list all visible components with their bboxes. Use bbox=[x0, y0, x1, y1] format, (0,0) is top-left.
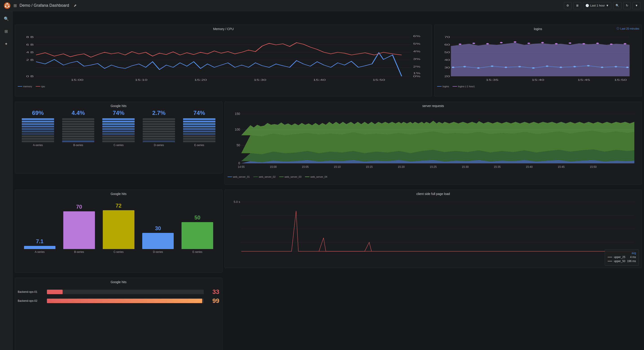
svg-text:4 B: 4 B bbox=[26, 51, 34, 54]
legend-ws04: web_server_04 bbox=[305, 176, 327, 178]
memory-cpu-title: Memory / CPU bbox=[18, 27, 429, 31]
svg-point-50 bbox=[472, 43, 475, 44]
svg-text:15:05: 15:05 bbox=[302, 165, 309, 168]
sidebar-item-search[interactable]: 🔍 bbox=[2, 15, 10, 23]
time-range-button[interactable]: 🕐 Last 1 hour ▼ bbox=[583, 2, 611, 9]
svg-point-59 bbox=[596, 43, 599, 44]
gh-c-bars bbox=[102, 118, 135, 142]
server-requests-title: server requests bbox=[228, 104, 639, 108]
gh-e-bars bbox=[183, 118, 216, 142]
svg-point-3 bbox=[8, 6, 10, 7]
gh-e-label: E-series bbox=[194, 144, 204, 147]
gh-col-d: 2.7% D-series bbox=[139, 110, 179, 170]
google-hits-top-chart: 69% A-series 4.4% bbox=[18, 110, 220, 170]
svg-text:15:00: 15:00 bbox=[71, 78, 84, 81]
gh-a-label: A-series bbox=[33, 144, 43, 147]
refresh-button[interactable]: ↻ bbox=[623, 2, 631, 9]
gh-col-e: 74% E-series bbox=[179, 110, 220, 170]
svg-text:6 B: 6 B bbox=[26, 43, 34, 46]
svg-text:150: 150 bbox=[235, 112, 240, 116]
legend-ws03: web_server_03 bbox=[279, 176, 301, 178]
svg-point-60 bbox=[610, 44, 612, 45]
svg-text:15:35: 15:35 bbox=[494, 165, 500, 168]
more-button[interactable]: ▼ bbox=[632, 2, 640, 9]
svg-text:15:45: 15:45 bbox=[578, 78, 590, 81]
svg-point-51 bbox=[486, 43, 489, 44]
svg-text:50: 50 bbox=[444, 51, 450, 54]
svg-text:15:50: 15:50 bbox=[614, 78, 627, 81]
server-requests-panel: server requests 150 100 50 0 bbox=[224, 102, 642, 185]
grid-icon: ⊞ bbox=[14, 3, 17, 8]
svg-text:20: 20 bbox=[444, 75, 450, 78]
svg-text:15:40: 15:40 bbox=[526, 165, 533, 168]
legend-logins-1h-label: logins (-1 hour) bbox=[458, 85, 474, 88]
cl-upper50: upper_50 196 ms bbox=[608, 260, 636, 263]
gh-mid-col-e: 50 E-series bbox=[182, 214, 213, 254]
ghb-val-02: 99 bbox=[206, 297, 220, 304]
svg-text:14:55: 14:55 bbox=[238, 165, 244, 168]
svg-text:0 B: 0 B bbox=[26, 75, 34, 78]
ghb-val-01: 33 bbox=[206, 288, 220, 296]
share-icon[interactable]: ⬈ bbox=[74, 3, 76, 8]
google-hits-top-panel: Google hits 69% A-series bbox=[15, 102, 222, 174]
svg-point-4 bbox=[5, 6, 6, 7]
grafana-logo bbox=[4, 2, 11, 9]
svg-text:0: 0 bbox=[238, 161, 240, 165]
svg-point-54 bbox=[528, 43, 530, 44]
svg-text:15:10: 15:10 bbox=[135, 78, 148, 81]
zoom-out-button[interactable]: 🔍 bbox=[613, 2, 622, 9]
svg-text:15:30: 15:30 bbox=[462, 165, 469, 168]
gh-b-bars bbox=[62, 118, 94, 142]
legend-logins-1h: logins (-1 hour) bbox=[452, 85, 474, 88]
svg-point-56 bbox=[555, 43, 558, 44]
svg-text:15:50: 15:50 bbox=[590, 165, 597, 168]
memory-cpu-chart: 8 B 6 B 4 B 2 B 0 B 6% 5% 4% 3% 2% 1% 0%… bbox=[18, 32, 429, 84]
legend-cpu: cpu bbox=[36, 85, 45, 88]
legend-logins-label: logins bbox=[442, 85, 449, 88]
sidebar-item-dashboards[interactable]: ⊞ bbox=[2, 27, 10, 36]
gh-mid-col-c: 72 C-series bbox=[103, 202, 134, 254]
gh-a-value: 69% bbox=[32, 110, 44, 116]
ghb-label-02: Backend-ops-02 bbox=[18, 299, 45, 302]
logins-title: logins bbox=[437, 27, 639, 31]
svg-text:3%: 3% bbox=[413, 58, 420, 60]
top-bar: ⊞ Demo / Grafana Dashboard ⬈ ⚙ 🖥 🕐 Last … bbox=[0, 0, 644, 11]
svg-text:15:45: 15:45 bbox=[558, 165, 564, 168]
logins-panel: logins ⓘ Last 20 minutes 70 60 50 40 30 … bbox=[434, 25, 642, 96]
gh-mid-e-value: 50 bbox=[194, 214, 200, 221]
svg-text:15:15: 15:15 bbox=[366, 165, 373, 168]
gh-mid-d-value: 30 bbox=[155, 225, 161, 232]
top-bar-right: ⚙ 🖥 🕐 Last 1 hour ▼ 🔍 ↻ ▼ bbox=[564, 2, 640, 9]
gh-c-label: C-series bbox=[114, 144, 124, 147]
client-page-load-panel: client side full page load 5.0 s avg bbox=[224, 190, 642, 268]
svg-text:5.0 s: 5.0 s bbox=[234, 200, 240, 204]
svg-point-53 bbox=[514, 41, 516, 43]
gh-b-label: B-series bbox=[74, 144, 83, 147]
gh-col-a: 69% A-series bbox=[18, 110, 58, 170]
server-requests-chart: 150 100 50 0 14:55 15:00 15:05 15:10 15:… bbox=[228, 110, 639, 174]
gh-mid-b-value: 70 bbox=[76, 204, 82, 210]
gh-d-label: D-series bbox=[154, 144, 164, 147]
svg-point-61 bbox=[624, 43, 626, 44]
svg-text:15:40: 15:40 bbox=[532, 78, 544, 81]
gh-mid-col-d: 30 D-series bbox=[142, 225, 174, 254]
memory-cpu-panel: Memory / CPU 8 B 6 B 4 B 2 B 0 B 6% 5% 4… bbox=[15, 25, 432, 96]
sidebar-item-explore[interactable]: ✦ bbox=[2, 40, 10, 48]
gh-d-value: 2.7% bbox=[152, 110, 166, 116]
svg-text:0%: 0% bbox=[413, 75, 420, 78]
gh-mid-col-a: 7.1 A-series bbox=[24, 238, 56, 254]
svg-text:5%: 5% bbox=[413, 42, 420, 45]
main-content: Memory / CPU 8 B 6 B 4 B 2 B 0 B 6% 5% 4… bbox=[12, 22, 644, 350]
logins-time-badge: ⓘ Last 20 minutes bbox=[616, 27, 639, 30]
client-page-load-title: client side full page load bbox=[228, 192, 639, 196]
svg-point-55 bbox=[541, 42, 544, 43]
gh-mid-c-label: C-series bbox=[114, 250, 124, 254]
svg-text:70: 70 bbox=[444, 36, 450, 38]
gh-mid-a-value: 7.1 bbox=[36, 238, 43, 244]
gh-mid-a-label: A-series bbox=[35, 250, 45, 254]
svg-text:100: 100 bbox=[235, 128, 240, 131]
svg-point-57 bbox=[569, 42, 572, 44]
svg-text:15:25: 15:25 bbox=[430, 165, 437, 168]
settings-button[interactable]: ⚙ bbox=[564, 2, 572, 9]
screen-button[interactable]: 🖥 bbox=[573, 2, 581, 9]
